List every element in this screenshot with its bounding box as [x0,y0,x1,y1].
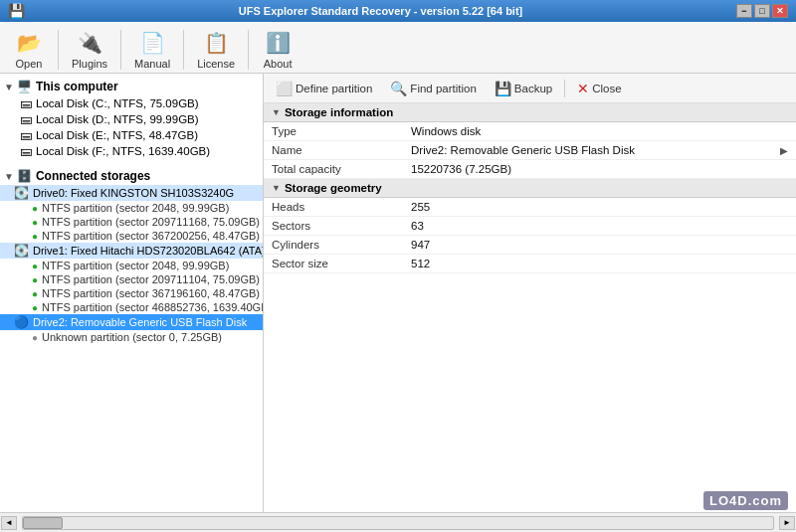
window-controls: − □ ✕ [736,4,788,18]
left-panel: ▼ 🖥️ This computer 🖴 Local Disk (C:, NTF… [0,74,264,512]
info-name-arrow[interactable]: ▶ [780,145,788,156]
drive2-partition-0[interactable]: ● Unknown partition (sector 0, 7.25GB) [0,330,263,344]
storage-geometry-header-label: Storage geometry [285,182,382,194]
info-value-type: Windows disk [403,122,796,141]
partition-dot-1-1: ● [32,274,38,285]
geometry-key-sectors: Sectors [264,217,403,236]
drive0-partition-2-label: NTFS partition (sector 367200256, 48.47G… [42,230,260,242]
storage-info-header: ▼ Storage information [264,103,796,122]
geometry-value-sectors: 63 [403,217,796,236]
app-icon: 💾 [8,3,25,19]
about-icon: ℹ️ [264,29,292,57]
find-partition-label: Find partition [410,83,476,94]
menu-manual-label: Manual [134,58,170,70]
info-value-name: Drive2: Removable Generic USB Flash Disk… [403,141,796,160]
menu-plugins[interactable]: 🔌 Plugins [63,26,116,73]
find-partition-button[interactable]: 🔍 Find partition [384,78,482,99]
drive0-partition-0-label: NTFS partition (sector 2048, 99.99GB) [42,202,229,214]
drive1-icon: 💽 [14,244,29,258]
drive0-item[interactable]: 💽 Drive0: Fixed KINGSTON SH103S3240G [0,185,263,201]
drive2-label: Drive2: Removable Generic USB Flash Disk [33,316,247,328]
partition-dot-1-3: ● [32,302,38,313]
drive1-item[interactable]: 💽 Drive1: Fixed Hitachi HDS723020BLA642 … [0,243,263,259]
menu-license[interactable]: 📋 License [188,26,244,73]
connected-storages-label: Connected storages [36,169,150,183]
geometry-key-heads: Heads [264,198,403,217]
info-key-capacity: Total capacity [264,160,403,179]
this-computer-arrow: ▼ [4,82,14,92]
main-area: ▼ 🖥️ This computer 🖴 Local Disk (C:, NTF… [0,74,796,512]
storage-info-arrow: ▼ [272,107,281,117]
minimize-button[interactable]: − [736,4,752,18]
local-disk-f[interactable]: 🖴 Local Disk (F:, NTFS, 1639.40GB) [0,143,263,159]
define-partition-icon: ⬜ [276,81,293,96]
drive0-icon: 💽 [14,186,29,200]
menu-plugins-label: Plugins [72,58,107,70]
right-toolbar: ⬜ Define partition 🔍 Find partition 💾 Ba… [264,74,796,103]
local-disk-e[interactable]: 🖴 Local Disk (E:, NTFS, 48.47GB) [0,127,263,143]
menu-divider-2 [120,30,121,70]
this-computer-header[interactable]: ▼ 🖥️ This computer [0,78,263,95]
partition-dot-1-2: ● [32,288,38,299]
disk-icon-d: 🖴 [20,112,32,126]
menu-about[interactable]: ℹ️ About [253,26,302,73]
local-disk-d[interactable]: 🖴 Local Disk (D:, NTFS, 99.99GB) [0,111,263,127]
geometry-row-sector-size: Sector size 512 [264,255,796,273]
drive2-icon: 🔵 [14,315,29,329]
scroll-left-button[interactable]: ◄ [1,516,17,530]
partition-dot-0-1: ● [32,217,38,228]
connected-storages-arrow: ▼ [4,171,14,182]
connected-storages-header[interactable]: ▼ 🗄️ Connected storages [0,167,263,185]
partition-dot-2-0: ● [32,332,38,343]
drive0-partition-0[interactable]: ● NTFS partition (sector 2048, 99.99GB) [0,201,263,215]
scroll-right-button[interactable]: ► [779,516,795,530]
geometry-value-heads: 255 [403,198,796,217]
menu-manual[interactable]: 📄 Manual [125,26,179,73]
scrollbar-thumb[interactable] [23,517,63,529]
scrollbar-track[interactable] [22,516,774,530]
close-label: Close [592,83,621,94]
info-row-type: Type Windows disk [264,122,796,141]
geometry-row-sectors: Sectors 63 [264,217,796,236]
toolbar-separator [564,80,565,97]
info-row-capacity: Total capacity 15220736 (7.25GB) [264,160,796,179]
local-disk-c[interactable]: 🖴 Local Disk (C:, NTFS, 75.09GB) [0,95,263,111]
right-panel: ⬜ Define partition 🔍 Find partition 💾 Ba… [264,74,796,512]
drive0-partition-2[interactable]: ● NTFS partition (sector 367200256, 48.4… [0,229,263,243]
storage-geometry-header: ▼ Storage geometry [264,179,796,198]
drive1-partition-1[interactable]: ● NTFS partition (sector 209711104, 75.0… [0,272,263,286]
drive2-item[interactable]: 🔵 Drive2: Removable Generic USB Flash Di… [0,314,263,330]
bottom-bar: ◄ ► [0,512,796,532]
disk-icon-c: 🖴 [20,96,32,110]
backup-button[interactable]: 💾 Backup [489,78,558,99]
close-window-button[interactable]: ✕ [772,4,788,18]
watermark-text: LO4D.com [703,491,788,510]
drive1-partition-0[interactable]: ● NTFS partition (sector 2048, 99.99GB) [0,259,263,272]
backup-label: Backup [514,83,552,94]
menu-bar: 📂 Open 🔌 Plugins 📄 Manual 📋 License ℹ️ A… [0,22,796,74]
geometry-value-sector-size: 512 [403,255,796,273]
drive1-partition-2[interactable]: ● NTFS partition (sector 367196160, 48.4… [0,286,263,300]
menu-license-label: License [197,58,235,70]
local-disk-c-label: Local Disk (C:, NTFS, 75.09GB) [36,97,199,109]
drive0-partition-1-label: NTFS partition (sector 209711168, 75.09G… [42,216,260,228]
license-icon: 📋 [202,29,230,57]
drive0-partition-1[interactable]: ● NTFS partition (sector 209711168, 75.0… [0,215,263,229]
info-name-text: Drive2: Removable Generic USB Flash Disk [411,144,635,156]
menu-divider-4 [248,30,249,70]
drive1-partition-2-label: NTFS partition (sector 367196160, 48.47G… [42,287,260,299]
restore-button[interactable]: □ [754,4,770,18]
geometry-row-cylinders: Cylinders 947 [264,236,796,255]
manual-icon: 📄 [138,29,166,57]
partition-dot-1-0: ● [32,261,38,271]
menu-divider-3 [183,30,184,70]
drive1-partition-3[interactable]: ● NTFS partition (sector 468852736, 1639… [0,300,263,314]
close-button[interactable]: ✕ Close [571,78,627,99]
define-partition-button[interactable]: ⬜ Define partition [270,78,378,99]
menu-open[interactable]: 📂 Open [4,26,54,73]
partition-dot-0-0: ● [32,203,38,214]
storage-geometry-table: Heads 255 Sectors 63 Cylinders 947 Secto… [264,198,796,273]
info-row-name: Name Drive2: Removable Generic USB Flash… [264,141,796,160]
define-partition-label: Define partition [296,83,372,94]
computer-icon: 🖥️ [17,80,32,93]
